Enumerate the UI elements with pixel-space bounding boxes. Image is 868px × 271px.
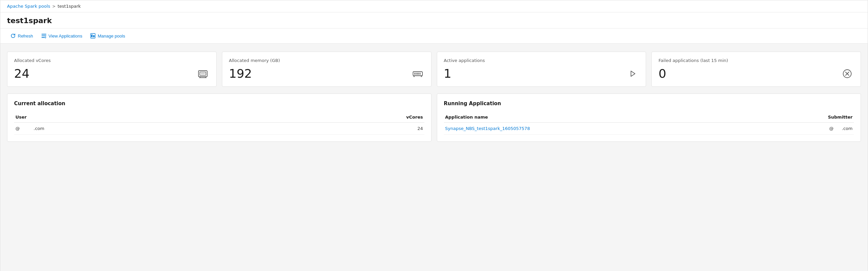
submitter-at: @ [829, 126, 834, 131]
svg-rect-2 [41, 37, 45, 38]
svg-rect-13 [414, 73, 415, 75]
refresh-label: Refresh [18, 34, 33, 38]
breadcrumb-current: test1spark [58, 4, 81, 9]
failed-value: 0 [658, 68, 666, 80]
metric-card-active: Active applications 1 [437, 52, 646, 87]
allocation-user-cell: @ .com [14, 123, 268, 135]
allocation-row: @ .com 24 [14, 123, 425, 135]
svg-rect-1 [41, 35, 46, 36]
svg-rect-17 [420, 73, 421, 75]
active-body: 1 [444, 67, 639, 80]
memory-body: 192 [229, 67, 425, 80]
breadcrumb-separator: > [52, 4, 56, 9]
manage-pools-icon [90, 33, 96, 38]
page-title: test1spark [7, 16, 861, 25]
failed-applications-icon [840, 67, 854, 80]
running-application-title: Running Application [444, 101, 854, 106]
submitter-cell: @ .com [756, 123, 854, 135]
current-allocation-panel: Current allocation User vCores @ [7, 94, 432, 142]
user-at: @ [16, 126, 20, 131]
svg-rect-0 [41, 34, 46, 34]
failed-body: 0 [658, 67, 854, 80]
metric-cards: Allocated vCores 24 [7, 52, 861, 87]
manage-pools-label: Manage pools [98, 34, 125, 38]
svg-rect-4 [91, 34, 93, 37]
app-name-cell[interactable]: Synapse_NBS_test1spark_1605057578 [444, 123, 756, 135]
view-applications-button[interactable]: View Applications [38, 31, 86, 40]
current-allocation-title: Current allocation [14, 101, 425, 106]
vcores-value: 24 [14, 68, 30, 80]
allocation-vcores-cell: 24 [268, 123, 425, 135]
allocation-user-header: User [14, 112, 268, 123]
vcores-icon [196, 67, 210, 80]
running-application-table: Application name Submitter Synapse_NBS_t… [444, 112, 854, 135]
view-applications-icon [41, 33, 46, 38]
failed-label: Failed applications (last 15 min) [658, 58, 854, 63]
main-content: Allocated vCores 24 [0, 43, 868, 271]
memory-label: Allocated memory (GB) [229, 58, 425, 63]
svg-rect-8 [201, 73, 205, 74]
toolbar: Refresh View Applications M [0, 29, 868, 43]
running-app-row: Synapse_NBS_test1spark_1605057578 @ .com [444, 123, 854, 135]
memory-value: 192 [229, 68, 252, 80]
view-applications-label: View Applications [49, 34, 83, 38]
svg-rect-15 [417, 73, 418, 75]
app-name-header: Application name [444, 112, 756, 123]
active-value: 1 [444, 68, 452, 80]
vcores-body: 24 [14, 67, 210, 80]
vcores-label: Allocated vCores [14, 58, 210, 63]
svg-rect-16 [418, 73, 419, 75]
active-applications-icon [626, 67, 639, 80]
refresh-icon [10, 33, 16, 38]
metric-card-failed: Failed applications (last 15 min) 0 [651, 52, 861, 87]
current-allocation-table: User vCores @ .com 24 [14, 112, 425, 135]
breadcrumb: Apache Spark pools > test1spark [0, 0, 868, 12]
page-wrapper: Apache Spark pools > test1spark test1spa… [0, 0, 868, 271]
svg-rect-19 [421, 76, 422, 77]
user-domain: .com [33, 126, 44, 131]
svg-rect-14 [416, 73, 416, 75]
allocation-vcores-header: vCores [268, 112, 425, 123]
metric-card-vcores: Allocated vCores 24 [7, 52, 217, 87]
svg-rect-5 [93, 35, 95, 37]
breadcrumb-link[interactable]: Apache Spark pools [7, 4, 50, 9]
submitter-domain: .com [842, 126, 852, 131]
manage-pools-button[interactable]: Manage pools [87, 31, 128, 40]
submitter-header: Submitter [756, 112, 854, 123]
running-application-panel: Running Application Application name Sub… [437, 94, 861, 142]
refresh-button[interactable]: Refresh [7, 31, 36, 40]
bottom-panels: Current allocation User vCores @ [7, 94, 861, 142]
svg-rect-18 [414, 76, 414, 77]
memory-icon [411, 67, 425, 80]
active-label: Active applications [444, 58, 639, 63]
metric-card-memory: Allocated memory (GB) 192 [222, 52, 432, 87]
page-title-bar: test1spark [0, 12, 868, 29]
